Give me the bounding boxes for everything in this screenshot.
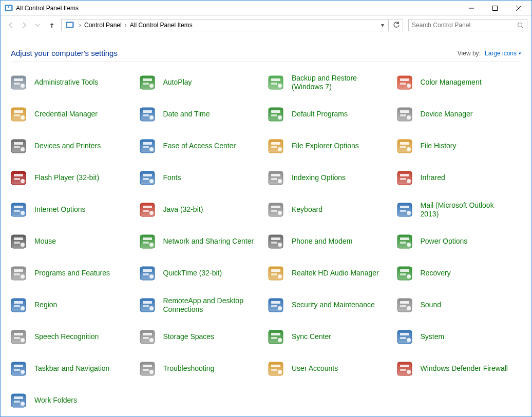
svg-rect-77: [14, 206, 23, 208]
cpl-item-mail[interactable]: Mail (Microsoft Outlook 2013): [395, 198, 524, 221]
cpl-item-file-explorer-options[interactable]: File Explorer Options: [266, 135, 395, 157]
sync-icon: [267, 328, 284, 346]
svg-rect-166: [271, 369, 277, 371]
svg-rect-14: [14, 83, 20, 85]
power-icon: [396, 233, 413, 250]
cpl-item-file-history[interactable]: File History: [395, 135, 524, 157]
svg-rect-61: [14, 174, 23, 176]
cpl-item-credential[interactable]: Credential Manager: [9, 103, 138, 126]
cpl-item-ease-access[interactable]: Ease of Access Center: [138, 135, 267, 157]
address-bar[interactable]: › Control Panel › All Control Panel Item…: [61, 19, 389, 31]
cpl-item-realtek[interactable]: Realtek HD Audio Manager: [266, 262, 395, 285]
cpl-item-keyboard[interactable]: Keyboard: [266, 198, 395, 221]
cpl-item-fonts[interactable]: Fonts: [138, 167, 267, 189]
cpl-item-label: AutoPlay: [163, 78, 192, 87]
svg-rect-165: [271, 365, 280, 367]
minimize-button[interactable]: [460, 1, 483, 16]
svg-rect-97: [143, 237, 152, 240]
cpl-item-label: File Explorer Options: [292, 142, 359, 151]
cpl-item-speech[interactable]: Speech Recognition: [9, 326, 138, 348]
cpl-item-java[interactable]: Java (32-bit): [138, 198, 267, 221]
nav-recent-dropdown[interactable]: [31, 19, 44, 31]
cpl-item-power[interactable]: Power Options: [395, 230, 524, 253]
cpl-item-autoplay[interactable]: AutoPlay: [138, 71, 267, 94]
cpl-item-sync[interactable]: Sync Center: [266, 326, 395, 348]
cpl-item-label: Devices and Printers: [34, 142, 101, 151]
cpl-item-default-programs[interactable]: Default Programs: [266, 103, 395, 126]
view-by-dropdown[interactable]: Large icons: [485, 50, 521, 57]
nav-back-button[interactable]: [5, 19, 17, 31]
nav-forward-button[interactable]: [18, 19, 30, 31]
cpl-item-network[interactable]: Network and Sharing Center: [138, 230, 267, 253]
cpl-item-devices-printers[interactable]: Devices and Printers: [9, 135, 138, 157]
cpl-item-mouse[interactable]: Mouse: [9, 230, 138, 253]
svg-point-103: [278, 243, 282, 247]
cpl-item-recovery[interactable]: Recovery: [395, 262, 524, 285]
cpl-item-admin-tools[interactable]: Administrative Tools: [9, 71, 138, 94]
cpl-item-label: Troubleshooting: [163, 364, 215, 373]
maximize-button[interactable]: [483, 1, 507, 16]
region-icon: [10, 296, 27, 314]
svg-rect-158: [14, 369, 20, 371]
cpl-item-storage[interactable]: Storage Spaces: [138, 326, 267, 348]
cpl-item-phone-modem[interactable]: Phone and Modem: [266, 230, 395, 253]
cpl-item-user-accounts[interactable]: User Accounts: [266, 358, 395, 380]
cpl-item-work-folders[interactable]: Work Folders: [9, 389, 138, 412]
search-input[interactable]: [412, 22, 517, 29]
cpl-item-backup[interactable]: Backup and Restore (Windows 7): [266, 71, 395, 94]
cpl-item-label: Fonts: [163, 173, 181, 183]
cpl-item-firewall[interactable]: Windows Defender Firewall: [395, 358, 524, 380]
breadcrumb-sep-icon[interactable]: ›: [77, 22, 83, 29]
svg-point-59: [407, 147, 411, 151]
cpl-item-indexing[interactable]: Indexing Options: [266, 167, 395, 189]
cpl-item-security[interactable]: Security and Maintenance: [266, 294, 395, 316]
breadcrumb-sep-icon[interactable]: ›: [123, 22, 129, 29]
cpl-item-flash[interactable]: Flash Player (32-bit): [9, 167, 138, 189]
cpl-item-system[interactable]: System: [395, 326, 524, 348]
search-box[interactable]: [408, 19, 527, 31]
cpl-item-color-mgmt[interactable]: Color Management: [395, 71, 524, 94]
cpl-item-sound[interactable]: Sound: [395, 294, 524, 316]
svg-rect-38: [271, 114, 277, 116]
cpl-item-label: Infrared: [421, 173, 445, 183]
cpl-item-device-manager[interactable]: Device Manager: [395, 103, 524, 126]
cpl-item-programs[interactable]: Programs and Features: [9, 262, 138, 285]
close-button[interactable]: [507, 1, 530, 16]
cpl-item-troubleshoot[interactable]: Troubleshooting: [138, 358, 267, 380]
svg-point-143: [21, 338, 25, 342]
svg-point-115: [149, 274, 154, 279]
svg-rect-145: [143, 333, 152, 335]
cpl-item-label: Flash Player (32-bit): [34, 173, 99, 183]
cpl-item-remoteapp[interactable]: RemoteApp and Desktop Connections: [138, 294, 267, 316]
speech-icon: [10, 328, 27, 346]
search-icon: [517, 22, 524, 29]
cpl-item-quicktime[interactable]: QuickTime (32-bit): [138, 262, 267, 285]
svg-rect-18: [143, 83, 149, 85]
svg-rect-57: [400, 142, 409, 145]
address-history-dropdown[interactable]: ▾: [378, 22, 387, 29]
svg-point-63: [21, 179, 25, 183]
cpl-item-internet-options[interactable]: Internet Options: [9, 198, 138, 221]
nav-up-button[interactable]: [47, 19, 57, 31]
mail-icon: [396, 201, 413, 219]
svg-rect-137: [400, 301, 409, 304]
cpl-item-label: Mail (Microsoft Outlook 2013): [421, 201, 513, 219]
refresh-button[interactable]: [390, 19, 403, 31]
cpl-item-taskbar[interactable]: Taskbar and Navigation: [9, 358, 138, 380]
svg-point-39: [278, 115, 282, 120]
svg-rect-33: [143, 110, 152, 113]
cpl-item-label: Mouse: [34, 237, 56, 246]
cpl-item-label: Date and Time: [163, 110, 210, 119]
svg-rect-42: [400, 114, 406, 116]
breadcrumb-root[interactable]: Control Panel: [83, 22, 123, 29]
svg-rect-126: [14, 305, 20, 307]
taskbar-icon: [10, 360, 27, 378]
svg-rect-90: [400, 210, 406, 212]
svg-rect-3: [6, 8, 11, 10]
breadcrumb-current[interactable]: All Control Panel Items: [129, 22, 194, 29]
sound-icon: [396, 296, 413, 314]
cpl-item-datetime[interactable]: Date and Time: [138, 103, 267, 126]
svg-rect-9: [67, 23, 72, 27]
cpl-item-infrared[interactable]: Infrared: [395, 167, 524, 189]
cpl-item-region[interactable]: Region: [9, 294, 138, 316]
